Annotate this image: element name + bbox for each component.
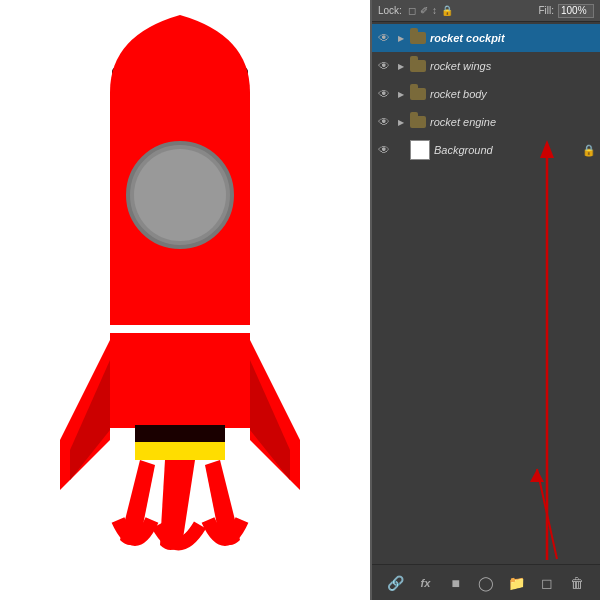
background-thumbnail <box>410 140 430 160</box>
layer-name-wings: rocket wings <box>430 60 596 72</box>
layer-name-body: rocket body <box>430 88 596 100</box>
layer-item-rocket-cockpit[interactable]: 👁 ▶ rocket cockpit <box>372 24 600 52</box>
visibility-icon-engine[interactable]: 👁 <box>376 114 392 130</box>
layer-name-cockpit: rocket cockpit <box>430 32 596 44</box>
delete-icon[interactable]: 🗑 <box>566 572 588 594</box>
fill-label: Fill: <box>538 5 554 16</box>
fill-input[interactable] <box>558 4 594 18</box>
lock-paint-icon[interactable]: ✐ <box>420 5 428 16</box>
folder-icon-body <box>410 88 426 100</box>
new-layer-icon[interactable]: ◻ <box>536 572 558 594</box>
fx-icon[interactable]: fx <box>414 572 436 594</box>
fill-area: Fill: <box>538 4 594 18</box>
expand-arrow-cockpit[interactable]: ▶ <box>396 33 406 43</box>
expand-arrow-body[interactable]: ▶ <box>396 89 406 99</box>
adjustment-layer-icon[interactable]: ◯ <box>475 572 497 594</box>
link-icon[interactable]: 🔗 <box>384 572 406 594</box>
svg-line-9 <box>537 469 557 559</box>
svg-rect-3 <box>110 333 250 428</box>
arrow-area <box>372 464 600 564</box>
new-group-icon[interactable]: 📁 <box>505 572 527 594</box>
lock-icon-background: 🔒 <box>582 144 596 157</box>
expand-arrow-engine[interactable]: ▶ <box>396 117 406 127</box>
lock-label: Lock: <box>378 5 402 16</box>
rocket-canvas <box>30 10 350 590</box>
lock-transparency-icon[interactable]: ◻ <box>408 5 416 16</box>
layer-name-engine: rocket engine <box>430 116 596 128</box>
visibility-icon-background[interactable]: 👁 <box>376 142 392 158</box>
layer-item-rocket-engine[interactable]: 👁 ▶ rocket engine <box>372 108 600 136</box>
svg-rect-2 <box>110 325 250 333</box>
canvas-area <box>0 0 375 600</box>
layers-footer: 🔗 fx ■ ◯ 📁 ◻ 🗑 <box>372 564 600 600</box>
folder-icon-wings <box>410 60 426 72</box>
layer-mask-icon[interactable]: ■ <box>445 572 467 594</box>
folder-icon-cockpit <box>410 32 426 44</box>
svg-point-7 <box>134 149 226 241</box>
visibility-icon-body[interactable]: 👁 <box>376 86 392 102</box>
layer-name-background: Background <box>434 144 578 156</box>
svg-rect-5 <box>135 442 225 460</box>
layers-header: Lock: ◻ ✐ ↕ 🔒 Fill: <box>372 0 600 22</box>
visibility-icon-cockpit[interactable]: 👁 <box>376 30 392 46</box>
svg-marker-10 <box>530 469 544 482</box>
layers-panel: Lock: ◻ ✐ ↕ 🔒 Fill: 👁 ▶ rocket cockpit 👁… <box>372 0 600 600</box>
visibility-icon-wings[interactable]: 👁 <box>376 58 392 74</box>
layer-item-rocket-wings[interactable]: 👁 ▶ rocket wings <box>372 52 600 80</box>
expand-arrow-wings[interactable]: ▶ <box>396 61 406 71</box>
layer-item-background[interactable]: 👁 ▶ Background 🔒 <box>372 136 600 164</box>
folder-icon-engine <box>410 116 426 128</box>
lock-all-icon[interactable]: 🔒 <box>441 5 453 16</box>
lock-icons-group: ◻ ✐ ↕ 🔒 <box>408 5 453 16</box>
lock-position-icon[interactable]: ↕ <box>432 5 437 16</box>
layer-item-rocket-body[interactable]: 👁 ▶ rocket body <box>372 80 600 108</box>
layers-list: 👁 ▶ rocket cockpit 👁 ▶ rocket wings 👁 ▶ … <box>372 22 600 464</box>
